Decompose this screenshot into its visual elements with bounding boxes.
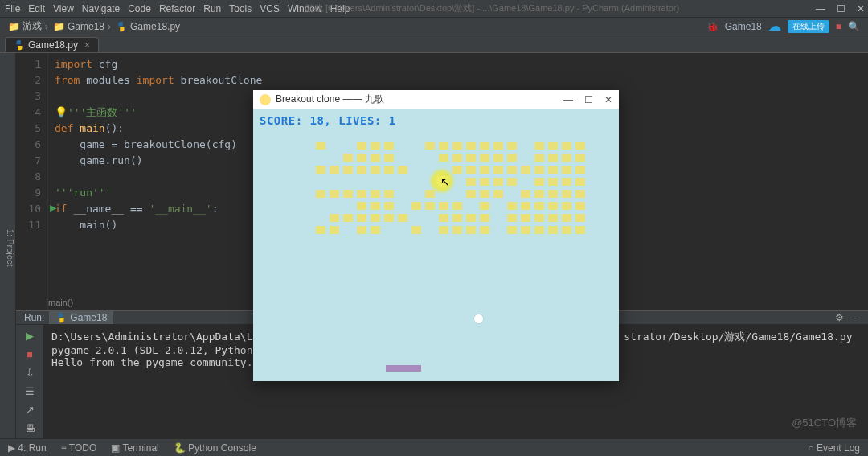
brick	[357, 226, 366, 234]
brick	[480, 190, 489, 198]
brick	[357, 190, 366, 198]
watermark: @51CTO博客	[792, 416, 857, 430]
brick	[480, 214, 489, 222]
window-maximize-icon[interactable]: ☐	[837, 3, 845, 14]
bottom-tools-bar: ▶ 4: Run ≡ TODO ▣ Terminal 🐍 Python Cons…	[0, 438, 868, 456]
brick	[575, 190, 585, 198]
stripe-project[interactable]: 1: Project	[6, 229, 15, 266]
export-icon[interactable]: ↗	[26, 404, 35, 416]
run-gutter-icon[interactable]: ▶	[50, 203, 56, 213]
menu-view[interactable]: View	[53, 3, 74, 14]
brick	[534, 154, 544, 162]
brick	[548, 142, 558, 150]
editor-breadcrumb[interactable]: main()	[48, 298, 73, 307]
brick	[371, 190, 380, 198]
minimize-panel-icon[interactable]: —	[850, 312, 860, 323]
brick	[452, 142, 462, 150]
game-minimize-icon[interactable]: —	[563, 94, 573, 105]
brick	[384, 166, 394, 174]
print-icon[interactable]: 🖶	[25, 422, 35, 434]
menu-tools[interactable]: Tools	[229, 3, 252, 14]
tool-terminal[interactable]: ▣ Terminal	[111, 442, 158, 454]
game-titlebar[interactable]: Breakout clone —— 九歌 — ☐ ✕	[253, 90, 619, 109]
menu-navigate[interactable]: Navigate	[82, 3, 120, 14]
ball-glow	[428, 167, 456, 195]
brick	[466, 226, 476, 234]
game-maximize-icon[interactable]: ☐	[584, 94, 593, 105]
brick	[562, 166, 571, 174]
menu-refactor[interactable]: Refactor	[159, 3, 195, 14]
python-file-icon	[116, 21, 127, 32]
brick	[562, 214, 571, 222]
brick	[425, 142, 435, 150]
gear-icon[interactable]: ⚙	[835, 312, 844, 323]
stop-button-icon[interactable]: ■	[836, 21, 841, 32]
brick	[357, 214, 366, 222]
window-minimize-icon[interactable]: —	[816, 3, 825, 14]
menu-file[interactable]: File	[5, 3, 20, 14]
brick	[343, 214, 353, 222]
brick	[439, 226, 448, 234]
breadcrumb-item-file[interactable]: Game18.py	[116, 21, 180, 32]
game-window: Breakout clone —— 九歌 — ☐ ✕ SCORE: 18, LI…	[253, 90, 619, 381]
game-canvas[interactable]: SCORE: 18, LIVES: 1 ↖	[253, 109, 619, 381]
brick	[507, 202, 517, 210]
search-icon[interactable]: 🔍	[848, 21, 860, 32]
brick	[411, 226, 421, 234]
upload-badge[interactable]: 在线上传	[788, 20, 829, 33]
tool-python-console[interactable]: 🐍 Python Console	[174, 442, 256, 454]
filter-icon[interactable]: ☰	[25, 385, 35, 397]
tool-todo[interactable]: ≡ TODO	[61, 442, 97, 454]
brick	[384, 154, 394, 162]
brick	[521, 214, 530, 222]
brick	[507, 226, 517, 234]
brick	[330, 214, 339, 222]
menu-vcs[interactable]: VCS	[260, 3, 280, 14]
run-side-toolbar: ▶ ■ ⇩ ☰ ↗ 🖶 🗑	[16, 325, 43, 453]
game-score-text: SCORE: 18, LIVES: 1	[260, 114, 396, 127]
python-file-icon	[55, 312, 67, 323]
brick	[398, 166, 407, 174]
brick	[575, 226, 585, 234]
run-bug-icon[interactable]: 🐞	[706, 21, 719, 32]
brick	[452, 166, 462, 174]
run-config-tab[interactable]: Game18	[49, 311, 113, 324]
brick	[343, 166, 353, 174]
run-config-label[interactable]: Game18	[725, 21, 762, 32]
brick	[316, 226, 326, 234]
brick	[534, 226, 544, 234]
window-close-icon[interactable]: ✕	[857, 3, 865, 14]
game-close-icon[interactable]: ✕	[604, 94, 612, 105]
brick	[575, 178, 585, 186]
brick	[534, 178, 544, 186]
tool-run[interactable]: ▶ 4: Run	[8, 442, 47, 454]
game-paddle[interactable]	[386, 365, 421, 372]
brick	[493, 190, 503, 198]
stop-icon[interactable]: ■	[27, 348, 33, 360]
editor-tab-active[interactable]: Game18.py ×	[5, 37, 99, 52]
event-log[interactable]: ○ Event Log	[808, 442, 860, 454]
cloud-icon[interactable]: ☁	[768, 18, 781, 34]
brick	[534, 142, 544, 150]
breadcrumb-item-folder[interactable]: 📁Game18›	[53, 21, 111, 32]
brick	[548, 202, 558, 210]
down-icon[interactable]: ⇩	[26, 367, 35, 379]
brick	[493, 142, 503, 150]
menu-code[interactable]: Code	[128, 3, 151, 14]
brick	[562, 190, 571, 198]
editor-tabs: Game18.py ×	[0, 35, 868, 53]
menu-run[interactable]: Run	[203, 3, 221, 14]
menu-edit[interactable]: Edit	[28, 3, 45, 14]
brick	[507, 214, 517, 222]
brick	[466, 154, 476, 162]
brick	[316, 166, 326, 174]
brick	[575, 154, 585, 162]
brick	[548, 166, 558, 174]
brick	[357, 142, 366, 150]
rerun-icon[interactable]: ▶	[26, 330, 34, 342]
brick	[562, 178, 571, 186]
breadcrumb-item-root[interactable]: 📁游戏›	[8, 19, 48, 33]
brick	[575, 214, 585, 222]
menubar: File Edit View Navigate Code Refactor Ru…	[0, 0, 868, 18]
close-tab-icon[interactable]: ×	[84, 39, 90, 51]
